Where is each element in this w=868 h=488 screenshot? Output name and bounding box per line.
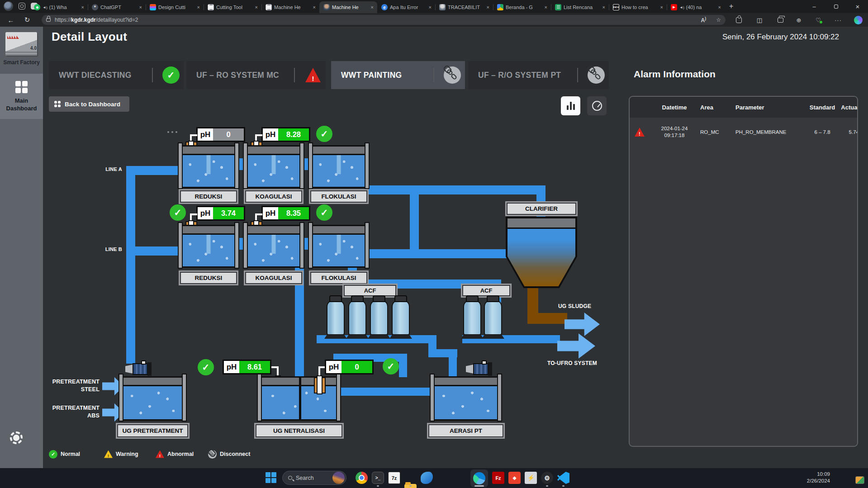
- tank-ug-netralisasi: [259, 376, 339, 421]
- tab-apa-itu-error[interactable]: Apa Itu Error×: [377, 2, 435, 13]
- tab-figma[interactable]: Design Cutti×: [146, 2, 204, 13]
- acf-label-2: ACF: [462, 285, 510, 296]
- taskbar-search[interactable]: Search: [282, 471, 346, 485]
- url-input[interactable]: https://kgdr.kgdr/detaillayout?id=2 A ☆: [42, 15, 726, 25]
- dashboard-grid-icon: [54, 101, 61, 107]
- sidebar-item-main-dashboard[interactable]: Main Dashboard: [0, 74, 43, 119]
- search-icon: [288, 476, 292, 480]
- ph-indicator-a2: pH 8.28: [261, 127, 310, 142]
- tab-close-icon[interactable]: ×: [601, 5, 607, 10]
- aerasi-pump: [466, 362, 492, 376]
- tab-close-icon[interactable]: ×: [659, 5, 664, 10]
- tab-close-icon[interactable]: ×: [80, 5, 85, 10]
- status-tab-uf-ro-system-mc[interactable]: UF – RO SYSTEM MC !: [186, 61, 326, 89]
- taskbar-settings-icon[interactable]: ⚙: [541, 472, 553, 484]
- status-check-icon: ✓: [198, 359, 214, 375]
- reload-icon[interactable]: ↻: [22, 15, 33, 25]
- tray-badge-icon[interactable]: [855, 476, 864, 484]
- tab-dev-article[interactable]: DEVHow to crea×: [609, 2, 667, 13]
- back-icon[interactable]: ←: [5, 15, 16, 25]
- tab-whatsapp[interactable]: ◄)(1) Wha×: [30, 2, 88, 13]
- new-tab-button[interactable]: +: [729, 3, 733, 10]
- tab-list-rencana[interactable]: List Rencana×: [551, 2, 609, 13]
- tab-close-icon[interactable]: ×: [138, 5, 143, 10]
- window-minimize-button[interactable]: –: [805, 0, 824, 13]
- tab-close-icon[interactable]: ×: [312, 5, 317, 10]
- pipe-lower-v: [399, 354, 407, 377]
- ph-indicator-b2: pH 8.35: [261, 206, 310, 221]
- taskbar-filezilla-icon[interactable]: Fz: [492, 472, 504, 484]
- alarm-datetime: 2024-01-2409:17:18: [650, 125, 699, 139]
- browser-profile-avatar[interactable]: [4, 1, 13, 11]
- pretreatment-steel-label: PRETREATMENTSTEEL: [50, 378, 100, 393]
- alarm-table: Datetime Area Parameter Standard Actual …: [629, 96, 858, 447]
- restore-icon: [834, 5, 838, 9]
- back-to-dashboard-button[interactable]: Back to Dashboard: [49, 96, 129, 112]
- tab-machine-health-1[interactable]: Machine He×: [261, 2, 319, 13]
- taskbar-clock[interactable]: 10:09 2/26/2024: [807, 471, 830, 484]
- brand-name: Smart Factory: [0, 59, 43, 66]
- tab-machine-health-active[interactable]: Machine He×: [319, 1, 377, 13]
- alarm-area: RO_MC: [699, 129, 735, 135]
- tab-close-icon[interactable]: ×: [370, 5, 375, 10]
- youtube-icon: [671, 4, 677, 10]
- running-indicator: [546, 485, 548, 487]
- copilot-icon[interactable]: [852, 15, 864, 24]
- favorite-star-icon[interactable]: ☆: [716, 17, 721, 23]
- save-page-icon[interactable]: ⊕: [793, 15, 805, 24]
- pretreatment-pump: [125, 362, 152, 376]
- workspaces-icon[interactable]: [19, 3, 25, 9]
- acf-filter-vessel: [463, 300, 481, 335]
- tank-flokulasi-b: [310, 225, 367, 268]
- tab-close-icon[interactable]: ×: [717, 5, 722, 10]
- read-aloud-icon[interactable]: A: [701, 16, 707, 24]
- browser-tab-strip: ◄)(1) Wha× ChatGPT× Design Cutti× Cuttin…: [0, 0, 868, 13]
- acf-label-1: ACF: [344, 285, 396, 296]
- tab-close-icon[interactable]: ×: [196, 5, 201, 10]
- chart-view-button[interactable]: [561, 96, 580, 115]
- taskbar-edge-active-indicator: [474, 485, 484, 487]
- extensions-icon[interactable]: [733, 15, 745, 24]
- settings-more-icon[interactable]: ···: [832, 15, 844, 24]
- ph-value-b1: 3.74: [213, 207, 244, 219]
- abnormal-triangle-icon: !: [156, 450, 164, 458]
- tab-cutting-tool[interactable]: Cutting Tool×: [204, 2, 261, 13]
- tab-close-icon[interactable]: ×: [427, 5, 433, 10]
- avatar-favicon: [323, 4, 330, 10]
- status-check-icon: ✓: [316, 204, 332, 221]
- tab-youtube[interactable]: ◄)(40) na×: [667, 2, 725, 13]
- tab-close-icon[interactable]: ×: [485, 5, 491, 10]
- start-button[interactable]: [266, 472, 276, 483]
- tab-close-icon[interactable]: ×: [254, 5, 259, 10]
- ph-value-netralisasi: 0: [342, 361, 372, 373]
- status-tab-uf-ro-system-pt[interactable]: UF – R/O SYSTEM PT: [468, 61, 609, 89]
- tank-aerasi-pt: [432, 376, 500, 421]
- disconnect-icon: [444, 66, 461, 84]
- window-close-button[interactable]: ×: [848, 0, 867, 13]
- ph-indicator-netralisasi: pH 0: [325, 360, 374, 374]
- taskbar-edge-icon[interactable]: [473, 472, 485, 484]
- gauge-view-button[interactable]: [587, 96, 607, 115]
- browser-essentials-icon[interactable]: ♡: [812, 15, 824, 24]
- alarm-table-row[interactable]: ! 2024-01-2409:17:18 RO_MC PH_RO_MEMBRAN…: [630, 118, 857, 147]
- tab-close-icon[interactable]: ×: [543, 5, 549, 10]
- tab-beranda-drive[interactable]: Beranda - G×: [493, 2, 551, 13]
- dashboard-grid-icon: [15, 81, 28, 93]
- taskbar-7zip-icon[interactable]: 7z: [388, 472, 400, 484]
- status-tab-wwt-diecasting[interactable]: WWT DIECASTING ✓: [49, 61, 184, 89]
- split-screen-icon[interactable]: ◫: [754, 15, 765, 24]
- whatsapp-icon: [34, 4, 40, 10]
- window-restore-button[interactable]: [826, 0, 845, 13]
- taskbar-installer-icon[interactable]: ⚡: [525, 472, 537, 484]
- app-logo: 4.0 Smart Factory: [0, 27, 43, 74]
- taskbar-chrome-icon[interactable]: [356, 472, 368, 484]
- taskbar-red-app-icon[interactable]: ◆: [508, 472, 521, 484]
- ph-indicator-b1: pH 3.74: [196, 206, 245, 221]
- taskbar-terminal-icon[interactable]: >_: [372, 472, 384, 484]
- tank-reduksi-a: [180, 145, 237, 188]
- collections-icon[interactable]: [774, 15, 786, 24]
- theme-toggle-sun-icon[interactable]: [10, 431, 23, 444]
- tab-chatgpt[interactable]: ChatGPT×: [88, 2, 146, 13]
- tab-traceability[interactable]: TRACEABILIT×: [435, 2, 493, 13]
- status-tab-wwt-painting[interactable]: WWT PAINTING: [331, 61, 465, 89]
